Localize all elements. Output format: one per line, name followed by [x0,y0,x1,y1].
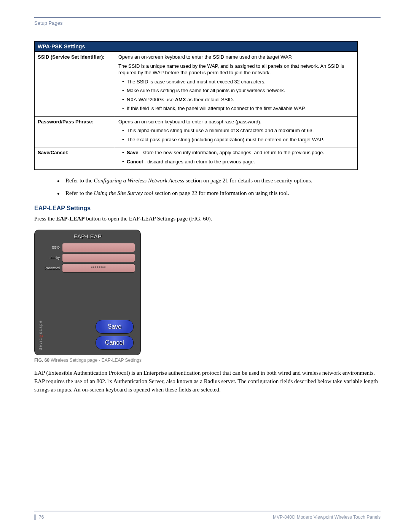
field-label-ssid: SSID [35,246,62,249]
row-label-pass: Password/Pass Phrase: [35,116,115,147]
refer-item: Refer to the Configuring a Wireless Netw… [57,177,381,185]
text: Opens an on-screen keyboard to enter the… [118,54,354,61]
bullet: The exact pass phrase string (including … [122,136,354,143]
field-label-password: Password [35,266,62,270]
text: EAP-LEAP [56,216,85,222]
text: AMX [175,97,186,102]
bullet: Make sure this setting is the same for a… [122,87,354,94]
cancel-button[interactable]: Cancel [96,336,134,350]
text: Save [127,150,138,155]
bullet: Save - store the new security informatio… [122,149,354,156]
password-input[interactable]: ******** [62,264,135,273]
text: - store the new security information, ap… [138,150,324,155]
bullet: NXA-WAP200Gs use AMX as their default SS… [122,96,354,103]
bullet: If this field is left blank, the panel w… [122,105,354,112]
header-section: Setup Pages [34,20,381,26]
text: Configuring a Wireless Network Access [94,177,185,184]
refer-item: Refer to the Using the Site Survey tool … [57,189,381,197]
text: as their default SSID. [186,97,234,102]
text: Wireless Settings page - EAP-LEAP Settin… [49,358,142,363]
field-label-identity: Identity [35,256,62,260]
text: The SSID is a unique name used by the WA… [118,63,354,76]
text: Opens an on-screen keyboard to enter a p… [118,118,354,125]
row-desc-ssid: Opens an on-screen keyboard to enter the… [115,52,358,117]
ssid-input[interactable] [62,243,135,252]
figure-caption: FIG. 60 Wireless Settings page - EAP-LEA… [34,358,381,363]
text: section on page 22 for more information … [153,190,289,196]
identity-input[interactable] [62,253,135,262]
page-number: 76 [34,514,44,520]
row-label-savecancel: Save/Cancel: [35,147,115,169]
doc-title: MVP-8400i Modero Viewpoint Wireless Touc… [273,514,381,520]
bullet: The SSID is case sensitive and must not … [122,78,354,85]
text: - discard changes and return to the prev… [143,159,255,165]
section-heading-eap: EAP-LEAP Settings [34,205,381,212]
text: Using the Site Survey tool [94,190,153,196]
text: Press the [34,216,56,222]
text: section on page 21 for details on these … [184,177,312,184]
row-label-ssid: SSID (Service Set Identifier): [35,52,115,117]
bullet: Cancel - discard changes and return to t… [122,158,354,165]
row-desc-savecancel: Save - store the new security informatio… [115,147,358,169]
table-title: WPA-PSK Settings [35,42,358,52]
text: FIG. 60 [34,358,49,363]
panel-title: EAP-LEAP [35,230,140,242]
refer-list: Refer to the Configuring a Wireless Netw… [57,177,381,197]
press-instruction: Press the EAP-LEAP button to open the EA… [34,215,381,223]
bullet: This alpha-numeric string must use a min… [122,127,354,134]
text: Cancel [127,159,143,165]
text: Refer to the [65,190,94,196]
brand-label: devicescape [38,320,44,350]
eap-description: EAP (Extensible Authentication Protocol)… [34,369,381,394]
save-button[interactable]: Save [96,320,134,334]
eap-leap-panel: EAP-LEAP SSID Identity Password ********… [34,230,141,355]
text: NXA-WAP200Gs use [127,97,175,102]
text: button to open the EAP-LEAP Settings pag… [85,216,212,222]
text: Refer to the [65,177,94,184]
wpa-psk-table: WPA-PSK Settings SSID (Service Set Ident… [34,41,358,170]
row-desc-pass: Opens an on-screen keyboard to enter a p… [115,116,358,147]
